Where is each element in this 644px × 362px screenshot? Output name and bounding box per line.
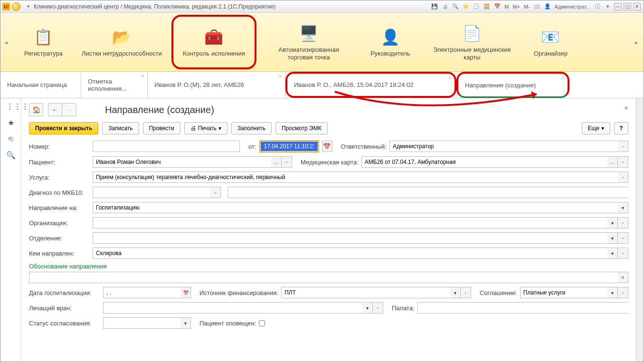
open-ref-button[interactable]: ▫ — [618, 217, 628, 229]
tab-ivanov-visit[interactable]: Иванов Р. О., АМБ26, 15.04.2017 18:24:02… — [285, 72, 456, 98]
info-icon[interactable]: ⓘ — [593, 2, 602, 11]
calculator-icon[interactable]: 🧮 — [483, 2, 491, 11]
istochnik-fin-input[interactable] — [281, 287, 450, 298]
info-dropdown-icon[interactable]: ▾ — [604, 2, 612, 11]
save-icon[interactable]: 💾 — [430, 2, 439, 11]
favorite-icon[interactable]: ⭐ — [462, 2, 470, 11]
print-icon[interactable]: 🖨 — [441, 2, 449, 11]
select-button[interactable]: … — [271, 156, 282, 168]
dropdown-button[interactable]: ▾ — [607, 248, 618, 259]
ribbon-next-icon[interactable]: ▸ — [635, 38, 640, 46]
lechashchy-vrach-input[interactable] — [103, 302, 362, 314]
dropdown-button[interactable]: ▾ — [180, 317, 191, 329]
open-ref-button[interactable]: ▫ — [282, 156, 292, 168]
minimize-button[interactable]: — — [614, 3, 622, 10]
clear-button[interactable]: × — [618, 272, 628, 283]
apps-grid-icon[interactable]: ⋮⋮⋮ — [6, 102, 16, 112]
dropdown-button[interactable]: ▾ — [607, 217, 618, 229]
open-ref-button[interactable]: ▫ — [373, 302, 383, 314]
close-window-button[interactable]: ✕ — [633, 3, 641, 10]
open-ref-button[interactable]: ▫ — [618, 232, 628, 244]
obosnovanie-input[interactable] — [29, 272, 618, 283]
calendar-picker-button[interactable]: 📅 — [180, 287, 191, 298]
open-ref-button[interactable]: ▫ — [618, 156, 628, 168]
pechat-button[interactable]: 🖨 Печать ▾ — [184, 122, 227, 134]
open-ref-button[interactable]: ▫ — [618, 171, 628, 183]
pacient-input[interactable] — [93, 156, 271, 168]
calendar-icon[interactable]: 📅 — [493, 2, 502, 11]
home-button[interactable]: 🏠 — [29, 103, 43, 116]
prosmotr-emk-button[interactable]: Просмотр ЭМК — [275, 122, 328, 134]
back-button[interactable]: ← — [48, 103, 62, 116]
tab-close-icon[interactable]: × — [560, 76, 566, 81]
pacient-opoveshchen-checkbox[interactable] — [259, 320, 265, 326]
provesti-zakryt-button[interactable]: Провести и закрыть — [29, 122, 98, 134]
tab-otmetka[interactable]: Отметка исполнения... × — [81, 72, 148, 98]
zapisat-button[interactable]: Записать — [102, 122, 139, 134]
ribbon-torgovaya[interactable]: 🖥️ Автоматизированная торговая точка — [256, 15, 361, 69]
tab-ivanov-card[interactable]: Иванов Р. О.(М), 28 лет, АМБ26 × — [148, 72, 285, 98]
status-sogl-input[interactable] — [103, 317, 180, 329]
dropdown-button[interactable]: ▾ — [607, 287, 618, 298]
date-input[interactable] — [261, 142, 318, 151]
usluga-input[interactable] — [93, 171, 618, 183]
medkarta-input[interactable] — [361, 156, 607, 168]
otdelenie-input[interactable] — [93, 232, 607, 244]
diagnoz1-input[interactable] — [93, 187, 210, 198]
ribbon-rukovoditel[interactable]: 👤 Руководитель — [361, 15, 420, 69]
m-minus-button[interactable]: M- — [522, 4, 532, 10]
dropdown-button[interactable]: ▾ — [450, 287, 461, 298]
ribbon-registratura[interactable]: 📋 Регистратура — [15, 15, 72, 69]
m-plus-button[interactable]: M+ — [511, 4, 522, 10]
palata-input[interactable] — [417, 302, 628, 314]
search-doc-icon[interactable]: 🔍 — [451, 2, 460, 11]
eshche-button[interactable]: Еще ▾ — [582, 122, 610, 134]
maximize-button[interactable]: ◻ — [624, 3, 631, 10]
select-button[interactable]: … — [607, 156, 618, 168]
open-ref-button[interactable]: ▫ — [461, 287, 471, 298]
ribbon-emk[interactable]: 📄 Электронные медицинские карты — [420, 15, 524, 69]
history-icon[interactable]: 🕒 — [472, 2, 481, 11]
ribbon-listki[interactable]: 📂 Листки нетрудоспособности — [72, 15, 171, 69]
panels-icon[interactable]: ▯▯ — [533, 2, 541, 11]
tab-napravlenie[interactable]: Направление (создание) × — [456, 72, 569, 98]
open-ref-button[interactable]: ▫ — [210, 187, 221, 198]
vertical-scrollbar[interactable] — [636, 98, 644, 362]
zapolnit-button[interactable]: Заполнить — [231, 122, 272, 134]
close-page-icon[interactable]: × — [624, 104, 628, 113]
search-icon[interactable]: 🔍 — [6, 151, 16, 160]
open-ref-button[interactable]: ▫ — [618, 141, 628, 152]
soglashenie-input[interactable] — [520, 287, 607, 298]
forward-button[interactable]: → — [62, 103, 76, 116]
provesti-button[interactable]: Провести — [143, 122, 180, 134]
branch-icon[interactable]: ⎋ — [6, 134, 16, 144]
tab-close-icon[interactable]: × — [277, 74, 283, 79]
dropdown-button[interactable]: ▾ — [607, 232, 618, 244]
calendar-picker-button[interactable]: 📅 — [322, 141, 332, 152]
section-obosnovanie: Обоснование направления — [29, 263, 628, 270]
tab-home[interactable]: Начальная страница — [0, 72, 81, 98]
data-gosp-input[interactable] — [103, 287, 180, 298]
nomer-input[interactable] — [93, 141, 240, 152]
dropdown-button[interactable]: ▾ — [362, 302, 373, 314]
m-button[interactable]: M — [502, 4, 511, 10]
ribbon-prev-icon[interactable]: ◂ — [4, 38, 9, 46]
ribbon-kontrol[interactable]: 🧰 Контроль исполнения — [171, 15, 256, 69]
kem-napravlen-input[interactable] — [93, 248, 607, 259]
otvetstvenny-input[interactable] — [389, 141, 618, 152]
ribbon-organizer[interactable]: 📧 Органайзер — [524, 15, 577, 69]
dropdown-button[interactable]: ▾ — [618, 202, 628, 213]
orb-icon[interactable] — [12, 2, 20, 11]
dropdown-icon[interactable]: ▾ — [24, 2, 33, 11]
star-icon[interactable]: ★ — [6, 118, 16, 128]
diagnoz2-input[interactable] — [227, 187, 628, 198]
label-organizacia: Организация: — [29, 219, 90, 227]
open-ref-button[interactable]: ▫ — [618, 248, 628, 259]
help-button[interactable]: ? — [614, 122, 628, 134]
open-ref-button[interactable]: ▫ — [618, 287, 628, 298]
organizacia-input[interactable] — [93, 217, 607, 229]
user-label[interactable]: Администрат... — [553, 4, 592, 10]
tab-close-icon[interactable]: × — [447, 76, 453, 81]
tab-close-icon[interactable]: × — [140, 74, 145, 79]
napravlenie-na-input[interactable] — [93, 202, 618, 213]
